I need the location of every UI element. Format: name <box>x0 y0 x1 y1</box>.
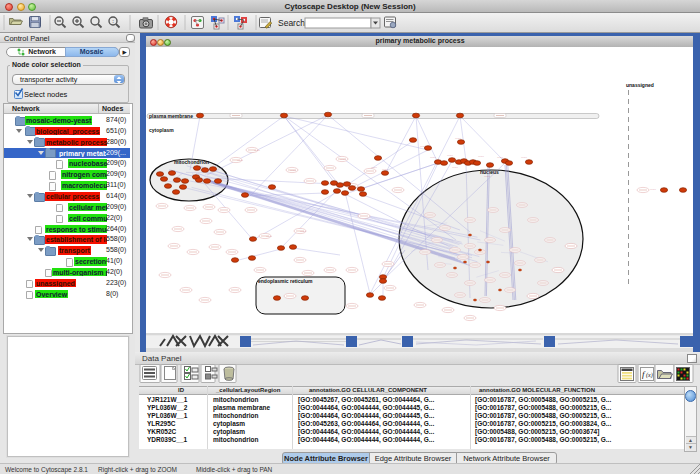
svg-text:xxxxx: xxxxx <box>447 154 454 157</box>
svg-text:xxxxx: xxxxx <box>521 156 528 159</box>
svg-text:xxxxx: xxxxx <box>420 145 427 148</box>
svg-text:xxxxx: xxxxx <box>497 156 504 159</box>
svg-text:plasma membrane: plasma membrane <box>149 113 193 119</box>
svg-text:xxxxx: xxxxx <box>484 175 491 178</box>
svg-text:endoplasmic reticulum: endoplasmic reticulum <box>258 278 313 284</box>
svg-text:xxxxx: xxxxx <box>237 159 244 162</box>
svg-text:xxxxx: xxxxx <box>352 186 359 189</box>
svg-text:(x): (x) <box>646 372 653 379</box>
svg-text:unassigned: unassigned <box>626 82 654 88</box>
svg-text:xxxxx: xxxxx <box>455 137 462 140</box>
svg-text:xxxxx: xxxxx <box>290 169 297 172</box>
svg-text:xxxxx: xxxxx <box>382 168 389 171</box>
svg-text:xxxxx: xxxxx <box>266 235 273 238</box>
svg-text:cytoplasm: cytoplasm <box>149 127 174 133</box>
svg-text:xxxxx: xxxxx <box>254 149 261 152</box>
svg-text:xxxxx: xxxxx <box>478 155 485 158</box>
svg-text:xxxxx: xxxxx <box>340 158 347 161</box>
svg-text:xxxxx: xxxxx <box>430 156 437 159</box>
svg-text:xxxxx: xxxxx <box>371 166 378 169</box>
svg-text:Search:: Search: <box>278 18 307 28</box>
svg-text:xxxxx: xxxxx <box>300 230 307 233</box>
svg-text:xxxxx: xxxxx <box>650 188 657 191</box>
svg-text:xxxxx: xxxxx <box>452 166 459 169</box>
